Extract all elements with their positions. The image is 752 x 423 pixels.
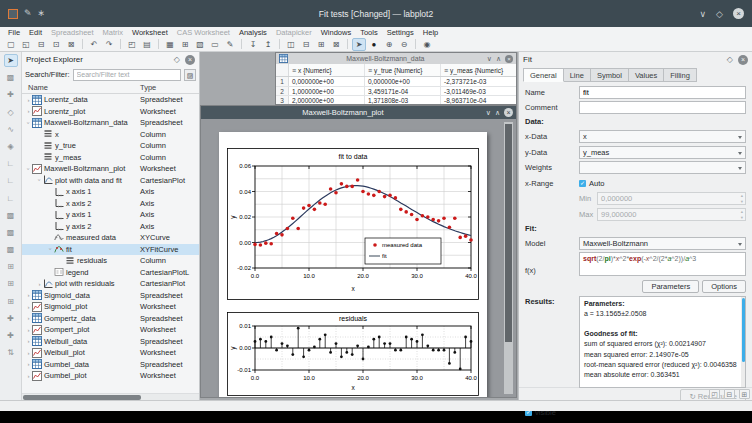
comment-field[interactable]: [579, 101, 746, 114]
sheet-cell[interactable]: -3,011469e-03: [441, 87, 517, 96]
formula-box[interactable]: sqrt(2/pi)*x^2*exp(-x^2/(2*a^2))/a^3: [579, 252, 746, 276]
shape-icon[interactable]: ◇: [4, 106, 18, 119]
new-note-icon[interactable]: ▭: [208, 38, 222, 51]
spreadsheet-window[interactable]: Maxwell-Boltzmann_data ∨ ∧ × ≡x {Numeric…: [275, 52, 517, 105]
export-icon[interactable]: ⊞: [739, 389, 750, 399]
export-icon[interactable]: ↥: [261, 38, 275, 51]
tab-filling[interactable]: Filling: [664, 68, 697, 82]
data-diamond-icon[interactable]: ◈: [4, 140, 18, 153]
vertical-layout-icon[interactable]: ◫: [284, 38, 298, 51]
sheet-cell[interactable]: 0,000000e+00: [365, 77, 441, 86]
tree-expander-icon[interactable]: ›: [37, 177, 43, 184]
close-panel-icon[interactable]: ×: [185, 55, 195, 65]
menu-help[interactable]: Help: [419, 28, 442, 37]
tree-row[interactable]: ›fitXYFitCurve: [22, 244, 199, 256]
axis-corner-icon[interactable]: ∟: [4, 192, 18, 205]
tree-expander-icon[interactable]: ›: [25, 361, 32, 367]
tree-expander-icon[interactable]: ›: [25, 108, 32, 114]
tree-expander-icon[interactable]: ›: [25, 304, 32, 310]
print-preview-icon[interactable]: ⊠: [64, 38, 78, 51]
menu-worksheet[interactable]: Worksheet: [128, 28, 172, 37]
tree-expander-icon[interactable]: ›: [48, 246, 54, 253]
new-document-icon[interactable]: ▢: [4, 38, 18, 51]
tree-expander-icon[interactable]: ›: [25, 350, 32, 356]
close-dock-icon[interactable]: ×: [738, 55, 748, 65]
tree-expander-icon[interactable]: ›: [25, 373, 32, 379]
tab-values[interactable]: Values: [629, 68, 664, 82]
crosshair-icon[interactable]: ✚: [4, 88, 18, 101]
options-button[interactable]: Options: [702, 280, 746, 293]
sheet-row-number[interactable]: 3: [276, 96, 289, 105]
tree-expander-icon[interactable]: ›: [25, 338, 32, 344]
column-header-type[interactable]: Type: [140, 83, 156, 92]
tree-expander-icon[interactable]: ›: [26, 119, 32, 126]
maximize-button[interactable]: ◇: [716, 9, 723, 19]
plot-window[interactable]: Maxwell-Boltzmann_plot ∨ ∧ × fit to data…: [200, 105, 517, 398]
tree-row[interactable]: y_trueColumn: [22, 140, 199, 152]
sheet-column-header[interactable]: ≡y_true {Numeric}: [365, 64, 441, 76]
sheet-column-header[interactable]: ≡y_meas {Numeric}: [441, 64, 517, 76]
zoom-in-icon[interactable]: ⊕: [382, 38, 396, 51]
zoom-mouse-icon[interactable]: ●: [367, 38, 381, 51]
subwindow-close-icon[interactable]: ×: [505, 55, 513, 63]
select-arrow-icon[interactable]: ➤: [352, 38, 366, 51]
sheet-cell[interactable]: 0,000000e+00: [289, 77, 365, 86]
menu-settings[interactable]: Settings: [383, 28, 418, 37]
tree-expander-icon[interactable]: ›: [25, 315, 32, 321]
tree-row[interactable]: x axis 1Axis: [22, 186, 199, 198]
tree-row[interactable]: measured dataXYCurve: [22, 232, 199, 244]
tab-line[interactable]: Line: [564, 68, 591, 82]
subwindow-restore-icon[interactable]: ∧: [496, 55, 501, 63]
scale-auto-icon[interactable]: ⇅: [4, 346, 18, 359]
redo-icon[interactable]: ↷: [102, 38, 116, 51]
tree-row[interactable]: y axis 2Axis: [22, 221, 199, 233]
tab-symbol[interactable]: Symbol: [591, 68, 629, 82]
sheet-column-header[interactable]: ≡x {Numeric}: [289, 64, 365, 76]
minimize-button[interactable]: ∨: [699, 9, 706, 19]
min-spinbox[interactable]: 0,000000: [597, 192, 746, 205]
open-folder-icon[interactable]: ◱: [19, 38, 33, 51]
tree-row[interactable]: ›Sigmoid_dataSpreadsheet: [22, 290, 199, 302]
y-data-combobox[interactable]: y_meas: [579, 146, 746, 159]
tree-row[interactable]: ›Gompert_plotWorksheet: [22, 324, 199, 336]
tree-row[interactable]: x axis 2Axis: [22, 198, 199, 210]
filter-options-button[interactable]: ▨: [184, 69, 196, 81]
zoom-region-3-icon[interactable]: ▩: [4, 243, 18, 256]
sheet-cell[interactable]: -2,373721e-03: [441, 77, 517, 86]
grid-layout-icon[interactable]: ⊞: [314, 38, 328, 51]
tree-expander-icon[interactable]: ›: [25, 292, 32, 298]
folder-icon[interactable]: ◰: [709, 389, 720, 399]
search-filter-input[interactable]: [73, 69, 181, 81]
break-layout-icon[interactable]: ⊠: [329, 38, 343, 51]
residuals-chart[interactable]: residuals0.010.020.030.040.0-0.010.000.0…: [227, 312, 479, 396]
tab-general[interactable]: General: [523, 68, 564, 82]
float-panel-icon[interactable]: ◇: [174, 55, 180, 64]
tree-row[interactable]: ›Maxwell-Boltzmann_dataSpreadsheet: [22, 117, 199, 129]
insert-region-icon[interactable]: ⊞: [4, 277, 18, 290]
tree-row[interactable]: ›Weibull_dataSpreadsheet: [22, 336, 199, 348]
menu-windows[interactable]: Windows: [317, 28, 355, 37]
tree-row[interactable]: legendCartesianPlotL: [22, 267, 199, 279]
zoom-region-2-icon[interactable]: ▩: [4, 226, 18, 239]
sheet-cell[interactable]: 1,000000e+00: [289, 87, 365, 96]
tree-row[interactable]: ›plot with residualsCartesianPlot: [22, 278, 199, 290]
weights-combobox[interactable]: [579, 161, 746, 174]
tree-row[interactable]: ›plot with data and fitCartesianPlot: [22, 175, 199, 187]
magnification-icon[interactable]: ◉: [420, 38, 434, 51]
float-dock-icon[interactable]: ◇: [727, 55, 733, 64]
new-datapicker-icon[interactable]: ✎: [223, 38, 237, 51]
new-folder-icon[interactable]: ◰: [125, 38, 139, 51]
tree-row[interactable]: y_measColumn: [22, 152, 199, 164]
new-spreadsheet-icon[interactable]: ▦: [163, 38, 177, 51]
menu-file[interactable]: File: [4, 28, 24, 37]
tree-expander-icon[interactable]: ›: [36, 281, 43, 287]
tree-row[interactable]: ›Sigmoid_plotWorksheet: [22, 301, 199, 313]
tree-row[interactable]: ›Gumbel_plotWorksheet: [22, 370, 199, 382]
tree-row[interactable]: ›Maxwell-Boltzmann_plotWorksheet: [22, 163, 199, 175]
tree-row[interactable]: ›Weibull_plotWorksheet: [22, 347, 199, 359]
new-worksheet-icon[interactable]: ▧: [193, 38, 207, 51]
sheet-cell[interactable]: 3,459171e-04: [365, 87, 441, 96]
close-button[interactable]: ×: [733, 8, 744, 19]
save-icon[interactable]: ⊟: [724, 389, 735, 399]
model-combobox[interactable]: Maxwell-Boltzmann: [579, 237, 746, 250]
